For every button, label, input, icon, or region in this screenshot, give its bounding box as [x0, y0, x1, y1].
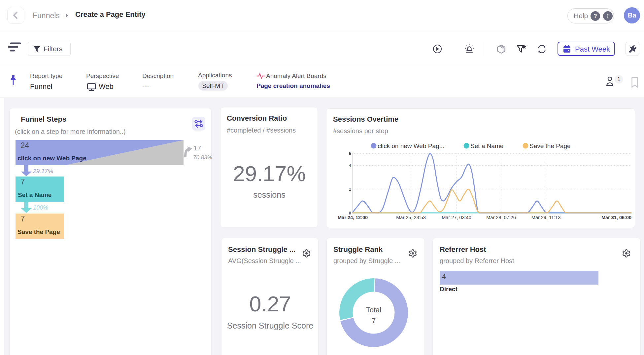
svg-text:Save the Page: Save the Page [529, 142, 571, 149]
svg-text:2: 2 [349, 187, 351, 192]
svg-text:Mar 29, 11:13: Mar 29, 11:13 [531, 215, 560, 220]
svg-text:Mar 28, 07:26: Mar 28, 07:26 [486, 215, 516, 220]
svg-text:5: 5 [349, 151, 351, 156]
svg-text:Total: Total [366, 306, 381, 314]
svg-text:Set a Name: Set a Name [470, 142, 503, 149]
svg-text:click on new Web Pag...: click on new Web Pag... [378, 142, 444, 149]
svg-text:Mar 25, 23:53: Mar 25, 23:53 [396, 215, 425, 220]
svg-text:7: 7 [372, 317, 376, 325]
svg-text:4: 4 [349, 163, 351, 168]
svg-text:Mar 24, 12:00: Mar 24, 12:00 [338, 215, 368, 220]
svg-text:Mar 31, 06:00: Mar 31, 06:00 [601, 215, 631, 220]
svg-text:Mar 27, 03:40: Mar 27, 03:40 [442, 215, 471, 220]
